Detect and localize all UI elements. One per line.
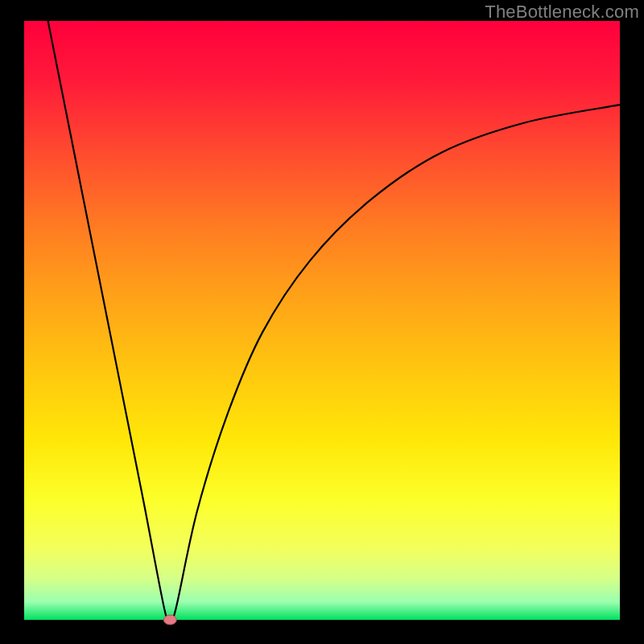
chart-svg bbox=[0, 0, 644, 644]
watermark-text: TheBottleneck.com bbox=[485, 2, 639, 23]
plot-background bbox=[24, 21, 620, 620]
minimum-marker bbox=[163, 615, 176, 625]
chart-container: TheBottleneck.com bbox=[0, 0, 644, 644]
